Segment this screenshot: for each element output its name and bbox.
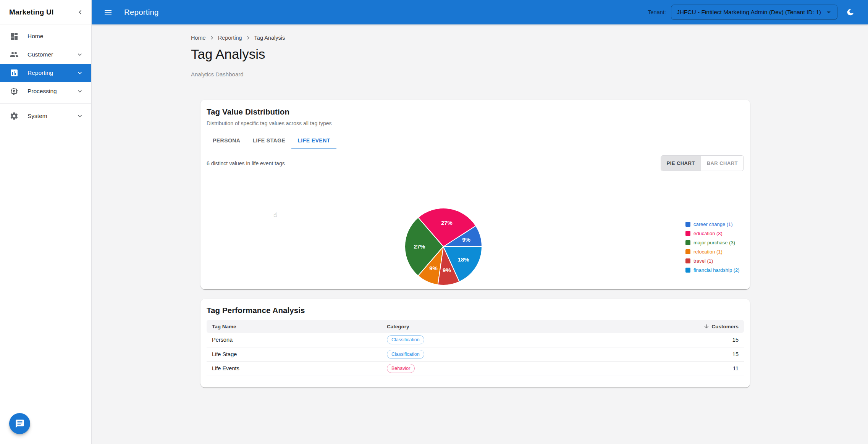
pie-slice-label: 9% (462, 236, 470, 243)
legend-label: travel (1) (693, 258, 713, 264)
legend-item[interactable]: major purchase (3) (685, 238, 740, 247)
insert-chart-icon (10, 68, 19, 77)
breadcrumb-reporting[interactable]: Reporting (218, 35, 242, 41)
dashboard-icon (10, 32, 19, 41)
legend-label: major purchase (3) (693, 240, 735, 245)
pie-slice-label: 18% (458, 256, 469, 263)
column-header-category[interactable]: Category (381, 324, 645, 329)
category-chip[interactable]: Classification (387, 350, 424, 359)
mouse-cursor-icon: ☝ (273, 211, 277, 218)
distinct-values-summary: 6 distinct values in life event tags (207, 160, 285, 166)
menu-button[interactable] (100, 5, 116, 20)
legend-swatch (685, 231, 690, 236)
settings-icon (10, 111, 19, 121)
sidebar-divider (0, 103, 91, 104)
chevron-down-icon (76, 69, 84, 77)
tag-performance-card: Tag Performance Analysis Tag Name Catego… (200, 299, 750, 387)
category-chip[interactable]: Classification (387, 335, 424, 344)
cell-category: Classification (381, 350, 645, 359)
legend-swatch (685, 268, 690, 273)
tag-value-distribution-card: Tag Value Distribution Distribution of s… (200, 100, 750, 289)
cell-customers: 15 (645, 337, 744, 343)
sidebar-item-system[interactable]: System (0, 107, 91, 125)
legend-swatch (685, 249, 690, 254)
page-title: Tag Analysis (191, 47, 265, 62)
pie-slice-label: 9% (443, 267, 451, 273)
sidebar-item-label: Reporting (27, 69, 76, 76)
cell-category: Classification (381, 335, 645, 344)
chart-legend: career change (1)education (3)major purc… (685, 220, 740, 274)
tenant-select-value: JHFCU - Fintilect Marketing Admin (Dev) … (677, 9, 821, 16)
sidebar-item-reporting[interactable]: Reporting (0, 64, 91, 82)
moon-icon (846, 8, 855, 16)
legend-label: relocation (1) (693, 249, 723, 255)
tag-type-tabs: PERSONA LIFE STAGE LIFE EVENT (207, 132, 744, 149)
category-chip[interactable]: Behavior (387, 364, 415, 373)
tab-persona[interactable]: PERSONA (207, 132, 246, 149)
sidebar-item-processing[interactable]: Processing (0, 82, 91, 100)
chevron-down-icon (76, 51, 84, 58)
breadcrumb-home[interactable]: Home (191, 35, 206, 41)
breadcrumb-current: Tag Analysis (254, 35, 285, 41)
topbar-title: Reporting (124, 8, 159, 17)
legend-item[interactable]: financial hardship (2) (685, 265, 740, 274)
tenant-label: Tenant: (648, 9, 666, 15)
cell-tag-name: Life Stage (207, 351, 381, 357)
page-subtitle: Analytics Dashboard (191, 71, 244, 77)
cell-tag-name: Persona (207, 337, 381, 343)
sidebar-item-label: Processing (27, 88, 76, 95)
tab-life-stage[interactable]: LIFE STAGE (246, 132, 291, 149)
card-title: Tag Value Distribution (207, 107, 744, 116)
chart-type-toggle: PIE CHART BAR CHART (661, 155, 744, 171)
hamburger-icon (103, 8, 113, 17)
pie-chart[interactable]: 9%27%27%9%9%18% (401, 205, 485, 289)
chevron-left-icon (76, 8, 84, 16)
topbar: Reporting Tenant: JHFCU - Fintilect Mark… (92, 0, 868, 24)
cell-customers: 15 (645, 351, 744, 357)
dark-mode-toggle[interactable] (843, 5, 858, 20)
chevron-down-icon (76, 87, 84, 95)
topbar-right: Tenant: JHFCU - Fintilect Marketing Admi… (648, 5, 858, 20)
tab-life-event[interactable]: LIFE EVENT (291, 132, 336, 149)
pie-chart-toggle-button[interactable]: PIE CHART (661, 156, 701, 171)
chevron-right-icon (209, 34, 215, 41)
dropdown-arrow-icon (824, 8, 833, 17)
column-header-customers[interactable]: Customers (645, 323, 744, 329)
app-title: Marketing UI (9, 8, 53, 16)
cell-customers: 11 (645, 365, 744, 371)
sidebar-item-home[interactable]: Home (0, 27, 91, 45)
chat-icon (15, 419, 25, 429)
legend-item[interactable]: education (3) (685, 229, 740, 238)
table-row: Life EventsBehavior11 (207, 362, 744, 376)
chat-fab-button[interactable] (9, 413, 30, 434)
sidebar-item-label: Customer (27, 51, 76, 58)
table-row: Life StageClassification15 (207, 347, 744, 362)
table-row: PersonaClassification15 (207, 333, 744, 347)
column-header-tag-name[interactable]: Tag Name (207, 324, 381, 329)
chevron-down-icon (76, 112, 84, 120)
legend-item[interactable]: career change (1) (685, 220, 740, 229)
sidebar-item-label: Home (27, 33, 84, 40)
legend-swatch (685, 258, 690, 263)
sidebar-item-customer[interactable]: Customer (0, 45, 91, 64)
legend-label: career change (1) (693, 221, 733, 227)
sidebar-nav: HomeCustomerReportingProcessingSystem (0, 24, 91, 125)
legend-item[interactable]: relocation (1) (685, 247, 740, 256)
tenant-select[interactable]: JHFCU - Fintilect Marketing Admin (Dev) … (671, 5, 837, 20)
cell-category: Behavior (381, 364, 645, 373)
sidebar-collapse-button[interactable] (74, 6, 87, 19)
pie-slice-label: 27% (414, 243, 425, 250)
chevron-right-icon (245, 34, 252, 41)
pie-slice-label: 9% (429, 265, 438, 271)
card-title: Tag Performance Analysis (207, 306, 744, 315)
pie-slice-label: 27% (441, 220, 453, 226)
legend-item[interactable]: travel (1) (685, 256, 740, 265)
sort-desc-icon (703, 323, 710, 329)
sidebar: Marketing UI HomeCustomerReportingProces… (0, 0, 92, 444)
legend-swatch (685, 222, 690, 227)
breadcrumb: Home Reporting Tag Analysis (191, 34, 285, 41)
legend-swatch (685, 240, 690, 245)
people-icon (10, 50, 19, 59)
legend-label: financial hardship (2) (693, 267, 740, 273)
bar-chart-toggle-button[interactable]: BAR CHART (701, 156, 744, 171)
